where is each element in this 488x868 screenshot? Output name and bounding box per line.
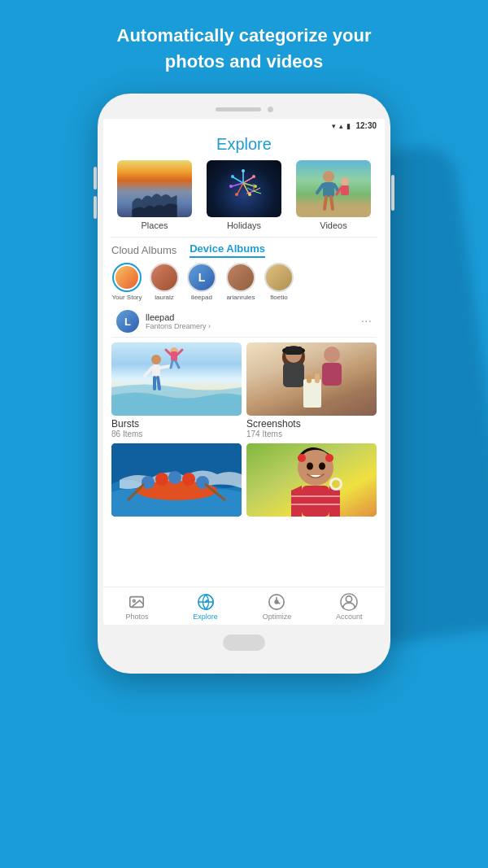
svg-line-21 xyxy=(317,185,323,193)
svg-point-62 xyxy=(325,454,333,462)
phone-body: ▾ ▴ ▮ 12:30 Explore xyxy=(98,94,390,674)
leepad-avatar: L xyxy=(116,310,139,333)
leepad-row[interactable]: L lleepad Fantons Dreamery › ··· xyxy=(111,306,377,338)
volume-down-button xyxy=(94,196,97,219)
svg-point-28 xyxy=(151,355,161,364)
phone-top-elements xyxy=(103,107,385,112)
photos-nav-label: Photos xyxy=(125,613,148,621)
svg-line-38 xyxy=(171,361,172,368)
account-nav-label: Account xyxy=(336,613,363,621)
album-screenshots[interactable]: Screenshots 174 Items xyxy=(246,342,377,438)
lleepad-avatar-strip: L xyxy=(187,263,216,292)
svg-rect-47 xyxy=(303,379,321,408)
svg-point-74 xyxy=(276,600,279,604)
svg-line-39 xyxy=(176,361,179,368)
header-title: Automatically categorize your photos and… xyxy=(0,0,488,75)
videos-thumb xyxy=(296,160,371,217)
places-thumb xyxy=(117,160,192,217)
svg-rect-29 xyxy=(152,364,160,377)
svg-line-16 xyxy=(254,191,261,194)
svg-line-15 xyxy=(254,188,260,191)
svg-point-55 xyxy=(182,473,195,486)
bursts-count: 86 Items xyxy=(111,430,242,438)
album-rafting[interactable] xyxy=(111,443,242,517)
nav-account[interactable]: Account xyxy=(336,593,363,621)
signal-icon: ▴ xyxy=(339,122,343,130)
nav-explore[interactable]: Explore xyxy=(193,593,218,621)
app-header: Explore xyxy=(103,132,385,160)
svg-rect-26 xyxy=(341,185,349,195)
phone-screen: ▾ ▴ ▮ 12:30 Explore xyxy=(103,119,385,625)
svg-rect-43 xyxy=(285,347,302,355)
device-albums-tab[interactable]: Device Albums xyxy=(190,242,265,258)
nav-optimize[interactable]: Optimize xyxy=(263,593,292,621)
bottom-nav: Photos Explore xyxy=(103,587,385,625)
svg-point-12 xyxy=(229,185,233,188)
svg-line-6 xyxy=(233,177,243,183)
svg-point-9 xyxy=(254,185,257,188)
leepad-name: lleepad xyxy=(146,312,355,322)
arianrules-item[interactable]: arianrules xyxy=(224,263,258,301)
page-background: Automatically categorize your photos and… xyxy=(0,0,488,868)
svg-line-17 xyxy=(247,188,254,191)
svg-line-31 xyxy=(160,366,171,368)
floetio-label: floetio xyxy=(270,294,287,301)
svg-line-37 xyxy=(177,350,182,355)
your-story-ring xyxy=(112,263,142,292)
your-story-label: Your Story xyxy=(111,294,142,301)
leepad-info: lleepad Fantons Dreamery › xyxy=(146,312,355,330)
optimize-icon xyxy=(268,593,285,611)
explore-nav-label: Explore xyxy=(193,613,218,621)
svg-point-7 xyxy=(242,169,245,172)
svg-point-8 xyxy=(252,175,255,178)
svg-point-54 xyxy=(168,471,181,484)
album-bursts[interactable]: Bursts 86 Items xyxy=(111,342,242,438)
explore-icon xyxy=(197,593,215,611)
volume-up-button xyxy=(94,167,97,190)
svg-point-64 xyxy=(319,463,325,470)
app-title: Explore xyxy=(216,135,272,153)
svg-point-25 xyxy=(341,177,349,185)
lauralz-item[interactable]: lauralz xyxy=(149,263,180,301)
floetio-item[interactable]: floetio xyxy=(264,263,294,301)
svg-line-33 xyxy=(158,377,159,389)
svg-line-23 xyxy=(325,197,326,209)
status-time: 12:30 xyxy=(355,121,377,130)
svg-line-36 xyxy=(166,350,171,355)
cloud-albums-tab[interactable]: Cloud Albums xyxy=(111,244,176,256)
svg-line-1 xyxy=(243,177,253,183)
svg-rect-48 xyxy=(307,375,312,383)
status-bar: ▾ ▴ ▮ 12:30 xyxy=(103,119,385,132)
device-strip: Your Story lauralz L lleepad xyxy=(111,263,377,301)
svg-rect-65 xyxy=(302,486,329,517)
holidays-label: Holidays xyxy=(227,220,261,230)
girl-thumb xyxy=(246,443,377,517)
svg-point-52 xyxy=(142,476,155,489)
svg-point-53 xyxy=(155,473,168,486)
svg-rect-46 xyxy=(322,363,342,386)
front-camera xyxy=(268,107,273,112)
power-button xyxy=(391,175,394,211)
phone-device: ▾ ▴ ▮ 12:30 Explore xyxy=(98,94,390,674)
places-label: Places xyxy=(141,220,168,230)
videos-label: Videos xyxy=(320,220,346,230)
home-button[interactable] xyxy=(223,635,265,651)
your-story-item[interactable]: Your Story xyxy=(111,263,142,301)
rafting-thumb xyxy=(111,443,242,517)
album-girl[interactable] xyxy=(246,443,377,517)
floetio-avatar xyxy=(264,263,294,292)
lleepad-item[interactable]: L lleepad xyxy=(186,263,217,301)
svg-point-75 xyxy=(346,596,352,602)
screenshots-count: 174 Items xyxy=(246,430,377,438)
explore-item-videos[interactable]: Videos xyxy=(296,160,371,230)
explore-section: Places xyxy=(103,160,385,237)
phone-home-button-area xyxy=(103,635,385,651)
explore-item-places[interactable]: Places xyxy=(117,160,192,230)
optimize-nav-label: Optimize xyxy=(263,613,292,621)
svg-line-24 xyxy=(331,197,333,209)
leepad-more-button[interactable]: ··· xyxy=(361,314,372,329)
explore-item-holidays[interactable]: Holidays xyxy=(207,160,281,230)
nav-photos[interactable]: Photos xyxy=(125,593,148,621)
svg-line-22 xyxy=(334,185,338,191)
svg-point-61 xyxy=(298,454,306,462)
